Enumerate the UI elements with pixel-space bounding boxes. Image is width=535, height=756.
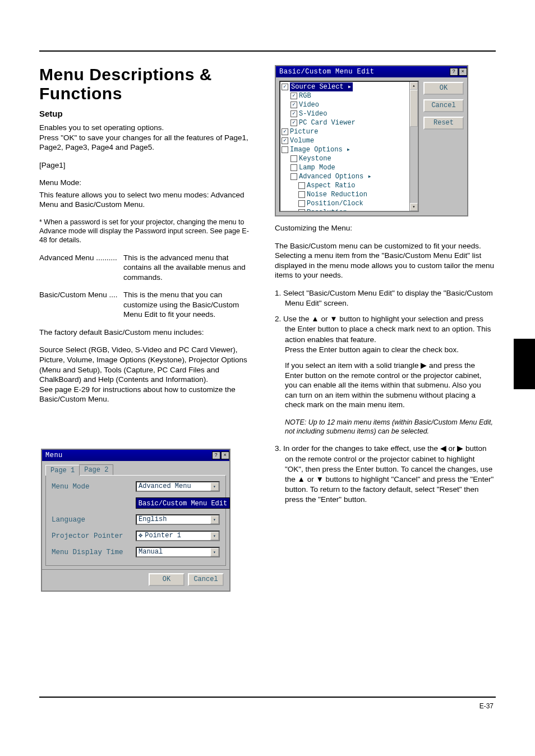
menu-mode-desc: This feature allows you to select two me… xyxy=(39,190,252,210)
page-number: E-37 xyxy=(479,702,494,710)
dialog-title: Basic/Custom Menu Edit xyxy=(279,68,374,76)
chevron-down-icon[interactable]: ▾ xyxy=(210,548,219,556)
list-item[interactable]: ✓Video xyxy=(280,100,418,109)
list-item[interactable]: ✓Picture xyxy=(280,127,418,136)
list-item-label: S-Video xyxy=(299,109,327,118)
list-item-label: Image Options ▸ xyxy=(290,145,350,154)
list-item[interactable]: ✓Volume xyxy=(280,136,418,145)
cancel-button[interactable]: Cancel xyxy=(188,573,224,586)
list-item-label: Lamp Mode xyxy=(299,163,335,172)
list-item-label: Source Select ▸ xyxy=(290,82,353,91)
chevron-down-icon[interactable]: ▾ xyxy=(210,515,219,524)
ok-button[interactable]: OK xyxy=(149,573,185,586)
setup-heading: Setup xyxy=(39,109,252,118)
factory-default-list: Source Select (RGB, Video, S-Video and P… xyxy=(39,345,252,404)
projector-pointer-dropdown[interactable]: ✥ Pointer 1 ▾ xyxy=(136,531,220,541)
list-item[interactable]: ✓RGB xyxy=(280,91,418,100)
language-label: Language xyxy=(52,516,136,524)
basic-custom-menu-edit-button[interactable]: Basic/Custom Menu Edit xyxy=(136,497,230,509)
checkbox[interactable]: ✓ xyxy=(282,137,288,144)
projector-pointer-label: Projector Pointer xyxy=(52,532,136,540)
list-item[interactable]: Lamp Mode xyxy=(280,163,418,172)
close-icon[interactable]: × xyxy=(459,68,467,76)
list-item-label: Keystone xyxy=(299,154,331,163)
help-icon[interactable]: ? xyxy=(450,68,458,76)
edit-note: NOTE: Up to 12 main menu items (within B… xyxy=(275,418,495,436)
dialog-title: Menu xyxy=(45,451,63,459)
menu-mode-label: Menu Mode xyxy=(52,483,136,491)
list-item[interactable]: Keystone xyxy=(280,154,418,163)
list-item[interactable]: ✓PC Card Viewer xyxy=(280,118,418,127)
setup-intro: Enables you to set operating options. Pr… xyxy=(39,123,252,153)
list-item-label: Advanced Options ▸ xyxy=(299,172,372,181)
basic-menu-desc: This is the menu that you can customize … xyxy=(123,290,252,320)
menu-display-time-dropdown[interactable]: Manual ▾ xyxy=(136,547,220,557)
list-item-label: Video xyxy=(299,100,319,109)
advanced-menu-desc: This is the advanced menu that contains … xyxy=(123,253,252,283)
page1-heading: [Page1] xyxy=(39,160,252,170)
list-item-label: RGB xyxy=(299,91,311,100)
menu-dialog: Menu ? × Page 1 Page 2 Menu Mode Advance… xyxy=(41,449,230,592)
list-item-label: PC Card Viewer xyxy=(299,118,356,127)
basic-menu-term: Basic/Custom Menu .... xyxy=(39,290,123,320)
list-item-label: Position/Clock xyxy=(307,199,363,208)
list-item[interactable]: ✓Source Select ▸ xyxy=(280,82,418,91)
checkbox[interactable] xyxy=(282,146,288,153)
basic-custom-menu-edit-dialog: Basic/Custom Menu Edit ? × ▴ ▾ ✓Source S… xyxy=(275,65,468,216)
ok-button[interactable]: OK xyxy=(423,82,464,95)
step-2-cont: If you select an item with a solid trian… xyxy=(275,361,495,410)
chevron-down-icon[interactable]: ▾ xyxy=(210,532,219,540)
list-item-label: Resolution xyxy=(307,208,347,212)
list-item[interactable]: ✓S-Video xyxy=(280,109,418,118)
tab-page-1[interactable]: Page 1 xyxy=(45,465,80,476)
scrollbar[interactable]: ▴ ▾ xyxy=(409,82,418,211)
checkbox[interactable]: ✓ xyxy=(282,84,288,90)
checkbox[interactable] xyxy=(298,200,305,207)
menu-mode-note: * When a password is set for your projec… xyxy=(39,218,252,245)
list-item-label: Picture xyxy=(290,127,318,136)
customizing-intro: The Basic/Custom menu can be customized … xyxy=(275,241,495,280)
menu-mode-heading: Menu Mode: xyxy=(39,178,81,187)
step-2: 2. Use the ▲ or ▼ button to highlight yo… xyxy=(275,314,495,355)
list-item[interactable]: Image Options ▸ xyxy=(280,145,418,154)
checkbox[interactable] xyxy=(290,155,297,162)
list-item-label: Noise Reduction xyxy=(307,190,367,199)
list-item[interactable]: Aspect Ratio xyxy=(280,181,418,190)
list-item-label: Volume xyxy=(290,136,314,145)
checkbox[interactable]: ✓ xyxy=(290,110,297,117)
advanced-menu-term: Advanced Menu .......... xyxy=(39,253,123,283)
checkbox[interactable]: ✓ xyxy=(290,93,297,99)
list-item[interactable]: Position/Clock xyxy=(280,199,418,208)
checkbox[interactable]: ✓ xyxy=(282,128,288,135)
checkbox[interactable]: ✓ xyxy=(290,102,297,108)
help-icon[interactable]: ? xyxy=(212,451,220,459)
list-item[interactable]: Resolution xyxy=(280,208,418,212)
dialog-titlebar: Basic/Custom Menu Edit ? × xyxy=(276,66,467,77)
dialog-titlebar: Menu ? × xyxy=(42,450,229,461)
checkbox[interactable]: ✓ xyxy=(290,119,297,126)
side-thumb-tab xyxy=(514,339,535,389)
customizing-subheading: Customizing the Menu: xyxy=(275,223,495,233)
close-icon[interactable]: × xyxy=(221,451,229,459)
reset-button[interactable]: Reset xyxy=(423,117,464,130)
pointer-icon: ✥ xyxy=(139,532,142,540)
factory-default-intro: The factory default Basic/Custom menu in… xyxy=(39,328,252,338)
checkbox[interactable] xyxy=(298,182,305,189)
list-item[interactable]: Advanced Options ▸ xyxy=(280,172,418,181)
language-dropdown[interactable]: English ▾ xyxy=(136,514,220,525)
list-item-label: Aspect Ratio xyxy=(307,181,355,190)
step-3: 3. In order for the changes to take effe… xyxy=(275,444,495,505)
list-item[interactable]: Noise Reduction xyxy=(280,190,418,199)
step-1: 1. Select "Basic/Custom Menu Edit" to di… xyxy=(275,288,495,308)
cancel-button[interactable]: Cancel xyxy=(423,99,464,112)
checkbox[interactable] xyxy=(298,191,305,198)
section-heading: Menu Descriptions & Functions xyxy=(39,65,252,103)
chevron-down-icon[interactable]: ▾ xyxy=(210,482,219,491)
tab-page-2[interactable]: Page 2 xyxy=(79,464,113,475)
menu-edit-list[interactable]: ▴ ▾ ✓Source Select ▸✓RGB✓Video✓S-Video✓P… xyxy=(279,81,419,212)
menu-display-time-label: Menu Display Time xyxy=(52,548,136,556)
checkbox[interactable] xyxy=(298,209,305,212)
checkbox[interactable] xyxy=(290,164,297,171)
checkbox[interactable] xyxy=(290,173,297,180)
menu-mode-dropdown[interactable]: Advanced Menu ▾ xyxy=(136,481,220,492)
